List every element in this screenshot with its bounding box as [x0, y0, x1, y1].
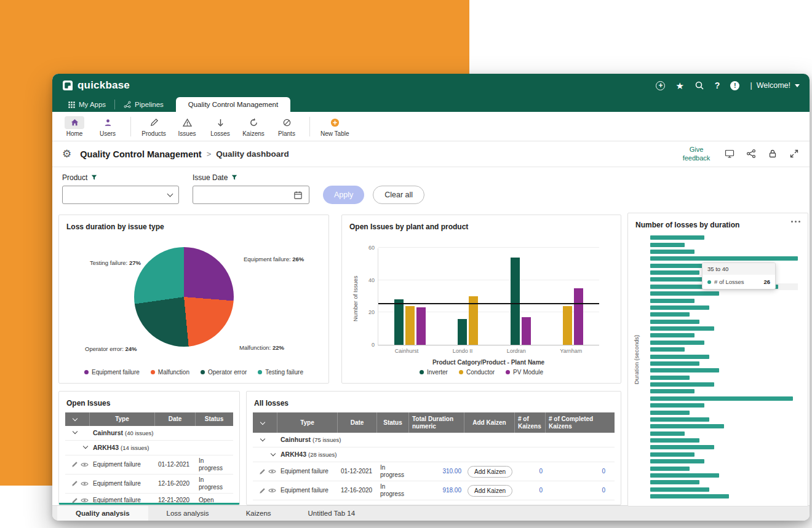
loss-bar-90-to-95[interactable]: [650, 361, 699, 366]
table-row[interactable]: Equipment failure01-12-2021In progress: [65, 455, 233, 475]
loss-bar-105-to-110[interactable]: [650, 382, 714, 387]
issue-date-input[interactable]: [193, 186, 309, 204]
toolbar-item-new-table[interactable]: New Table: [317, 114, 353, 139]
loss-bar-0-to-5[interactable]: [650, 235, 704, 240]
add-kaizen-button[interactable]: Add Kaizen: [468, 485, 512, 497]
view-eye-icon[interactable]: [268, 487, 276, 494]
loss-bar-5-to-10[interactable]: [650, 243, 685, 247]
dashboard-tab-loss-analysis[interactable]: Loss analysis: [148, 506, 228, 521]
bar-inverter-cainhurst[interactable]: [394, 299, 404, 345]
loss-bar-60-to-65[interactable]: [650, 320, 699, 324]
table-row[interactable]: Equipment failure01-12-2021In progress31…: [253, 462, 615, 481]
loss-bar-65-to-70[interactable]: [650, 326, 714, 331]
bar-conductor-cainhurst[interactable]: [405, 306, 415, 345]
loss-bar-110-to-115[interactable]: [650, 389, 695, 393]
loss-bar-45-to-50[interactable]: [650, 299, 695, 303]
loss-bar-150-to-155[interactable]: [650, 445, 714, 449]
loss-bar-85-to-90[interactable]: [650, 355, 709, 359]
loss-bar-25-to-30[interactable]: [650, 270, 699, 275]
column-header-expand[interactable]: [65, 412, 90, 426]
loss-bar-175-to-180[interactable]: [650, 480, 699, 484]
loss-bar-130-to-135[interactable]: [650, 417, 709, 422]
bar-pv-module-yarnham[interactable]: [574, 288, 583, 345]
notifications-icon[interactable]: !: [730, 81, 739, 90]
dashboard-tab-untitled-tab-14[interactable]: Untitled Tab 14: [290, 506, 374, 521]
view-eye-icon[interactable]: [268, 468, 276, 475]
nav-pipelines[interactable]: Pipelines: [116, 97, 171, 112]
table-row[interactable]: Equipment failure12-16-2020In progress91…: [253, 481, 615, 500]
dashboard-tab-quality-analysis[interactable]: Quality analysis: [57, 506, 148, 521]
legend-item-pv-module[interactable]: PV Module: [506, 369, 543, 376]
loss-bar-135-to-140[interactable]: [650, 424, 724, 428]
loss-bar-165-to-170[interactable]: [650, 467, 690, 471]
table-row[interactable]: Equipment failure12-16-2020In progress: [65, 475, 233, 494]
loss-bar-170-to-175[interactable]: [650, 473, 719, 478]
column-header--of-kaizens[interactable]: # of Kaizens: [515, 412, 546, 433]
bar-pv-module-cainhurst[interactable]: [416, 307, 426, 345]
edit-pencil-icon[interactable]: [71, 480, 78, 487]
loss-bar-140-to-145[interactable]: [650, 431, 685, 436]
loss-bar-70-to-75[interactable]: [650, 333, 695, 337]
quickbase-logo[interactable]: quickbase: [62, 79, 130, 92]
bar-pv-module-lordran[interactable]: [522, 317, 531, 345]
give-feedback-link[interactable]: Give feedback: [679, 146, 714, 162]
edit-pencil-icon[interactable]: [259, 468, 266, 475]
loss-bar-10-to-15[interactable]: [650, 250, 695, 254]
nav-my-apps[interactable]: My Apps: [61, 97, 113, 112]
loss-bar-160-to-165[interactable]: [650, 459, 704, 463]
loss-bar-30-to-35[interactable]: [650, 277, 709, 282]
column-header-type[interactable]: Type: [90, 412, 155, 426]
dashboard-tab-kaizens[interactable]: Kaizens: [228, 506, 290, 521]
loss-bar-115-to-120[interactable]: [650, 396, 793, 401]
tab-quality-control-management[interactable]: Quality Control Management: [176, 97, 290, 112]
expand-chevron[interactable]: [65, 442, 90, 453]
loss-bar-40-to-45[interactable]: [650, 291, 719, 296]
toolbar-item-kaizens[interactable]: Kaizens: [237, 114, 269, 139]
column-header-total-duration-numeric[interactable]: Total Duration numeric: [409, 412, 464, 433]
toolbar-item-losses[interactable]: Losses: [204, 114, 236, 139]
user-menu[interactable]: | Welcome!: [750, 81, 800, 90]
bar-inverter-lordran[interactable]: [511, 258, 520, 345]
column-header-add-kaizen[interactable]: Add Kaizen: [464, 412, 515, 433]
toolbar-item-users[interactable]: Users: [92, 114, 124, 139]
favorites-star-icon[interactable]: ★: [675, 81, 683, 90]
column-header-expand[interactable]: [253, 412, 277, 433]
loss-bar-15-to-20[interactable]: [650, 256, 798, 261]
gear-icon[interactable]: ⚙: [62, 149, 71, 159]
loss-bar-75-to-80[interactable]: [650, 341, 704, 345]
loss-bar-50-to-55[interactable]: [650, 305, 709, 310]
legend-item-conductor[interactable]: Conductor: [459, 369, 495, 376]
loss-bar-55-to-60[interactable]: [650, 312, 690, 317]
expand-chevron[interactable]: [253, 449, 277, 460]
apply-button[interactable]: Apply: [323, 186, 364, 204]
toolbar-item-home[interactable]: Home: [58, 114, 90, 139]
legend-item-inverter[interactable]: Inverter: [420, 369, 448, 376]
legend-item-operator-error[interactable]: Operator error: [201, 369, 247, 376]
loss-bar-95-to-100[interactable]: [650, 368, 719, 372]
clear-all-button[interactable]: Clear all: [373, 186, 424, 204]
column-header-type[interactable]: Type: [277, 412, 338, 433]
loss-bar-180-to-185[interactable]: [650, 487, 709, 492]
toolbar-item-plants[interactable]: Plants: [271, 114, 303, 139]
feedback-monitor-icon[interactable]: [724, 149, 735, 160]
fullscreen-icon[interactable]: [789, 149, 800, 160]
group-row[interactable]: Cainhurst(40 issues): [65, 426, 233, 441]
group-row[interactable]: Cainhurst(75 issues): [253, 433, 615, 447]
column-header-date[interactable]: Date: [338, 412, 377, 433]
more-options-icon[interactable]: [789, 218, 803, 225]
product-select[interactable]: [62, 186, 179, 204]
loss-bar-80-to-85[interactable]: [650, 347, 685, 352]
lock-icon[interactable]: [767, 149, 778, 160]
column-header-status[interactable]: Status: [377, 412, 409, 433]
column-header-status[interactable]: Status: [196, 412, 233, 426]
help-icon[interactable]: ?: [715, 81, 720, 90]
column-header--of-completed-kaizens[interactable]: # of Completed Kaizens: [546, 412, 608, 433]
loss-bar-185-to-190[interactable]: [650, 494, 729, 498]
pie-chart[interactable]: [134, 247, 234, 347]
loss-bar-155-to-160[interactable]: [650, 452, 695, 457]
bar-conductor-yarnham[interactable]: [563, 306, 572, 345]
view-eye-icon[interactable]: [81, 481, 89, 487]
edit-pencil-icon[interactable]: [71, 461, 78, 468]
expand-chevron[interactable]: [65, 427, 90, 438]
table-scroll-indicator[interactable]: [59, 503, 239, 505]
